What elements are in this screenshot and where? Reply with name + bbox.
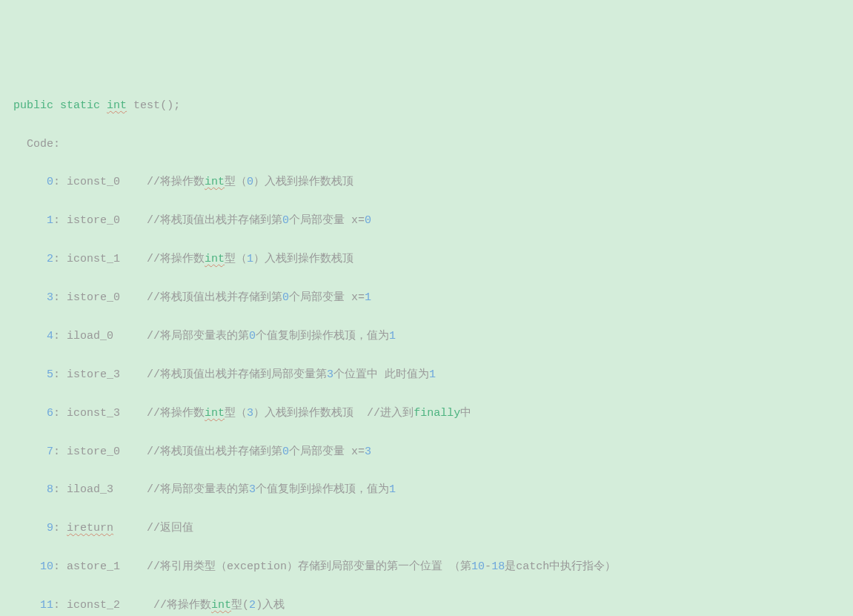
offset: 9	[0, 522, 53, 534]
instruction: iconst_0	[67, 176, 120, 188]
bytecode-line: 10: astore_1 //将引用类型（exception）存储到局部变量的第…	[0, 557, 853, 577]
instruction: iconst_1	[67, 253, 120, 265]
bytecode-line: 0: iconst_0 //将操作数int型（0）入栈到操作数栈顶	[0, 173, 853, 192]
return-type: int	[107, 99, 127, 112]
offset: 3	[0, 291, 53, 304]
comment: //将栈顶值出栈并存储到第0个局部变量 x=1	[147, 291, 371, 304]
comment: //返回值	[147, 522, 193, 534]
bytecode-line: 7: istore_0 //将栈顶值出栈并存储到第0个局部变量 x=3	[0, 443, 853, 462]
keyword-public: public	[13, 99, 53, 112]
method-signature: public static int test();	[0, 96, 853, 116]
code-block: public static int test(); Code: 0: icons…	[0, 77, 853, 616]
instruction: ireturn	[67, 522, 113, 534]
offset: 8	[0, 483, 53, 496]
method-name: test	[133, 99, 160, 112]
bytecode-line: 4: iload_0 //将局部变量表的第0个值复制到操作栈顶，值为1	[0, 327, 853, 346]
comment: //将栈顶值出栈并存储到第0个局部变量 x=0	[147, 214, 371, 227]
offset: 2	[0, 253, 53, 265]
bytecode-line: 8: iload_3 //将局部变量表的第3个值复制到操作栈顶，值为1	[0, 480, 853, 500]
bytecode-lines: 0: iconst_0 //将操作数int型（0）入栈到操作数栈顶 1: ist…	[0, 173, 853, 616]
comment: //将局部变量表的第3个值复制到操作栈顶，值为1	[147, 483, 396, 496]
instruction: istore_0	[67, 446, 120, 458]
keyword-static: static	[60, 99, 100, 112]
instruction: iconst_3	[67, 407, 120, 420]
offset: 11	[0, 599, 53, 612]
instruction: istore_0	[67, 214, 120, 227]
offset: 7	[0, 446, 53, 458]
bytecode-line: 9: ireturn //返回值	[0, 519, 853, 538]
instruction: iconst_2	[67, 599, 120, 612]
method-parens: ();	[160, 99, 180, 112]
bytecode-line: 6: iconst_3 //将操作数int型（3）入栈到操作数栈顶 //进入到f…	[0, 404, 853, 423]
comment: //将栈顶值出栈并存储到第0个局部变量 x=3	[147, 446, 371, 458]
comment: //将引用类型（exception）存储到局部变量的第一个位置 （第10-18是…	[147, 560, 616, 573]
comment: //将操作数int型（3）入栈到操作数栈顶 //进入到finally中	[147, 407, 471, 420]
instruction: astore_1	[67, 560, 120, 573]
bytecode-line: 5: istore_3 //将栈顶值出栈并存储到局部变量第3个位置中 此时值为1	[0, 365, 853, 385]
comment: //将操作数int型（0）入栈到操作数栈顶	[147, 176, 354, 188]
offset: 0	[0, 176, 53, 188]
instruction: istore_0	[67, 291, 120, 304]
comment: //将操作数int型（1）入栈到操作数栈顶	[147, 253, 354, 265]
instruction: istore_3	[67, 368, 120, 381]
instruction: iload_0	[67, 330, 113, 342]
code-label: Code:	[0, 135, 853, 154]
bytecode-line: 1: istore_0 //将栈顶值出栈并存储到第0个局部变量 x=0	[0, 211, 853, 231]
offset: 10	[0, 560, 53, 573]
offset: 5	[0, 368, 53, 381]
comment: //将栈顶值出栈并存储到局部变量第3个位置中 此时值为1	[147, 368, 436, 381]
comment: //将操作数int型(2)入栈	[153, 599, 285, 612]
comment: //将局部变量表的第0个值复制到操作栈顶，值为1	[147, 330, 396, 342]
bytecode-line: 3: istore_0 //将栈顶值出栈并存储到第0个局部变量 x=1	[0, 288, 853, 308]
offset: 6	[0, 407, 53, 420]
bytecode-line: 2: iconst_1 //将操作数int型（1）入栈到操作数栈顶	[0, 250, 853, 269]
bytecode-line: 11: iconst_2 //将操作数int型(2)入栈	[0, 596, 853, 615]
instruction: iload_3	[67, 483, 113, 496]
offset: 4	[0, 330, 53, 342]
offset: 1	[0, 214, 53, 227]
